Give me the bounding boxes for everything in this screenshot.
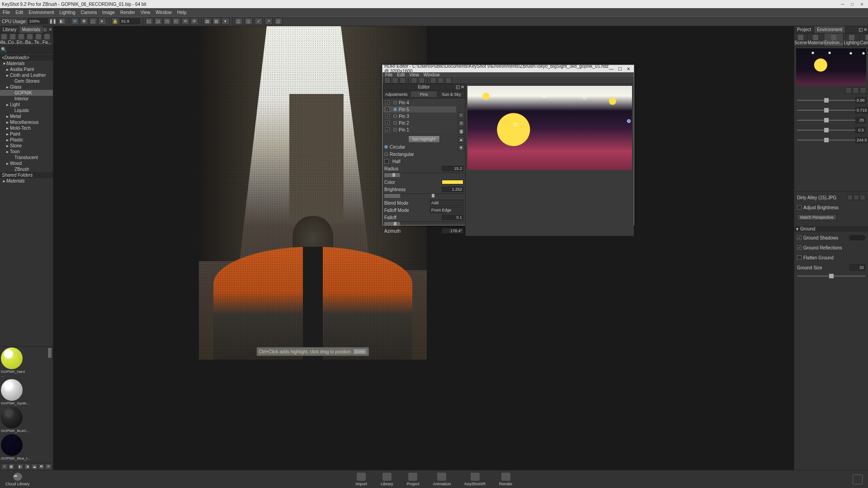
ground-shadows-checkbox[interactable] <box>797 235 802 240</box>
bottom-keyshotxr[interactable]: KeyShotXR <box>465 473 486 486</box>
radius-value[interactable]: 15.2 <box>442 166 463 171</box>
tree-item-gem-stones[interactable]: Gem Stones <box>0 78 53 84</box>
panel-close-icon[interactable]: ✕ <box>49 28 53 32</box>
hdri-menu-file[interactable]: File <box>385 72 392 77</box>
menu-lighting[interactable]: Lighting <box>60 10 75 15</box>
pin-row-pin-4[interactable]: Pin 4 <box>383 99 456 106</box>
tool-e-icon[interactable]: ⟲ <box>181 18 189 25</box>
thumb-btn-b[interactable]: ◑ <box>25 464 30 469</box>
tool-i-icon[interactable]: ▾ <box>222 18 230 25</box>
tool-h-icon[interactable]: ▥ <box>212 18 221 25</box>
caret-icon[interactable]: ▾ <box>98 18 106 25</box>
material-thumb[interactable]: GOPNIK_BLAC... <box>1 407 23 433</box>
hdri-preview[interactable] <box>467 86 632 170</box>
minimize-button[interactable]: — <box>841 1 844 7</box>
env-btn-del[interactable] <box>860 87 866 94</box>
pin-row-pin-5[interactable]: Pin 5 <box>383 106 456 113</box>
env-value-2[interactable]: 25 <box>855 117 865 123</box>
bottom-import[interactable]: Import <box>355 473 367 486</box>
cat-materials[interactable]: Ma... <box>0 33 9 45</box>
env-slider-3[interactable] <box>797 130 855 131</box>
tree-item-miscellaneous[interactable]: ▸Miscellaneous <box>0 119 53 125</box>
cat-backplates[interactable]: Ba... <box>26 33 34 45</box>
env-btn-edit[interactable] <box>853 87 859 94</box>
tree-item-translucent[interactable]: Translucent <box>0 155 53 160</box>
cat-environments[interactable]: En... <box>17 33 26 45</box>
tree-item-zbrush[interactable]: ZBrush <box>0 166 53 172</box>
env-value-4[interactable]: 244.5 <box>855 137 868 143</box>
tab-project[interactable]: Project <box>794 26 814 33</box>
env-slider-0[interactable] <box>797 100 855 101</box>
set-highlight-button[interactable]: Set Highlight <box>408 136 440 143</box>
hdri-tool-open[interactable] <box>384 77 391 84</box>
falloff-slider[interactable] <box>394 222 396 225</box>
hint-done-button[interactable]: Done <box>353 348 367 355</box>
pin-row-pin-3[interactable]: Pin 3 <box>383 113 456 119</box>
shape-rectangular-radio[interactable] <box>384 152 388 156</box>
env-slider-4[interactable] <box>797 140 855 141</box>
color-swatch[interactable] <box>442 180 463 184</box>
move-tool-icon[interactable]: ✥ <box>80 18 88 25</box>
material-thumb[interactable]: GOPNIK_Hard ... <box>1 347 23 378</box>
tree-item-stone[interactable]: ▸Stone <box>0 143 53 149</box>
search-input[interactable] <box>7 47 59 53</box>
rp-tab-scene[interactable]: Scene <box>794 33 807 46</box>
tool-d-icon[interactable]: ◰ <box>172 18 180 25</box>
hdri-tool-b[interactable] <box>438 77 444 84</box>
tree-item-glass[interactable]: ▸Glass <box>0 84 53 90</box>
maximize-button[interactable]: ☐ <box>851 1 854 7</box>
hdri-tab-sunsky[interactable]: Sun & Sky <box>438 91 465 98</box>
env-slider-2[interactable] <box>797 120 855 121</box>
bottom-render[interactable]: Render <box>499 473 513 486</box>
refresh-icon[interactable]: ⟳ <box>71 18 79 25</box>
env-value-1[interactable]: 0.715 <box>855 107 868 113</box>
hdri-tool-c[interactable] <box>445 77 452 84</box>
rp-detach-icon[interactable]: ◱ <box>859 27 863 32</box>
menu-view[interactable]: View <box>141 10 151 15</box>
tree-item-metal[interactable]: ▸Metal <box>0 113 53 119</box>
thumb-btn-a[interactable]: ◐ <box>18 464 23 469</box>
tool-b-icon[interactable]: ◲ <box>154 18 162 25</box>
falloff-value[interactable]: 0.1 <box>442 215 463 220</box>
rp-tab-material[interactable]: Material <box>807 33 824 46</box>
tree-downloads[interactable]: <Downloads> <box>0 55 53 61</box>
pin-row-pin-1[interactable]: Pin 1 <box>383 127 456 133</box>
bottom-project[interactable]: Project <box>406 473 419 486</box>
menu-environment[interactable]: Environment <box>28 10 54 15</box>
cpu-button[interactable]: ◧ <box>58 18 66 25</box>
cat-textures[interactable]: Te... <box>34 33 43 45</box>
backplate-btn-b[interactable] <box>854 195 859 200</box>
blend-mode-select[interactable]: Add <box>430 200 463 206</box>
tool-c-icon[interactable]: ◳ <box>163 18 171 25</box>
menu-help[interactable]: Help <box>177 10 187 15</box>
tool-g-icon[interactable]: ▤ <box>203 18 212 25</box>
hdri-editor-detach[interactable]: ◱ <box>456 84 460 89</box>
lock-icon[interactable]: 🔒 <box>111 18 119 25</box>
environment-thumbnail[interactable] <box>796 48 866 85</box>
env-value-3[interactable]: 0.5 <box>855 127 865 133</box>
menu-camera[interactable]: Camera <box>81 10 97 15</box>
ground-size-slider[interactable] <box>797 276 865 277</box>
cpu-value-input[interactable] <box>28 18 48 24</box>
tool-n-icon[interactable]: ◫ <box>274 18 283 25</box>
material-thumb[interactable]: GOPNIK_Blue_I... <box>1 434 23 461</box>
rp-close-icon[interactable]: ✕ <box>863 27 867 32</box>
tab-materials[interactable]: Materials <box>19 26 44 33</box>
backplate-btn-a[interactable] <box>847 195 853 200</box>
tree-item-plastic[interactable]: ▸Plastic <box>0 137 53 143</box>
tool-l-icon[interactable]: ⤢ <box>255 18 263 25</box>
hdri-tool-undo[interactable] <box>411 77 417 84</box>
panel-detach-icon[interactable]: ◱ <box>43 28 48 32</box>
thumb-btn-c[interactable]: ◒ <box>32 464 37 469</box>
tree-materials-root[interactable]: ▾Materials <box>0 61 53 66</box>
tree-item-interior[interactable]: Interior <box>0 96 53 102</box>
tab-library[interactable]: Library <box>0 26 19 33</box>
tree-materials-2[interactable]: ▸Materials <box>0 178 53 184</box>
brightness-value[interactable]: 1.252 <box>442 187 463 192</box>
pin-row-pin-2[interactable]: Pin 2 <box>383 120 456 126</box>
tool-a-icon[interactable]: ◱ <box>145 18 153 25</box>
hdri-editor-close[interactable]: ✕ <box>461 84 464 89</box>
adjust-brightness-checkbox[interactable] <box>797 205 802 210</box>
tree-item-cloth-and-leather[interactable]: ▸Cloth and Leather <box>0 72 53 78</box>
tree-item-liquids[interactable]: Liquids <box>0 108 53 113</box>
